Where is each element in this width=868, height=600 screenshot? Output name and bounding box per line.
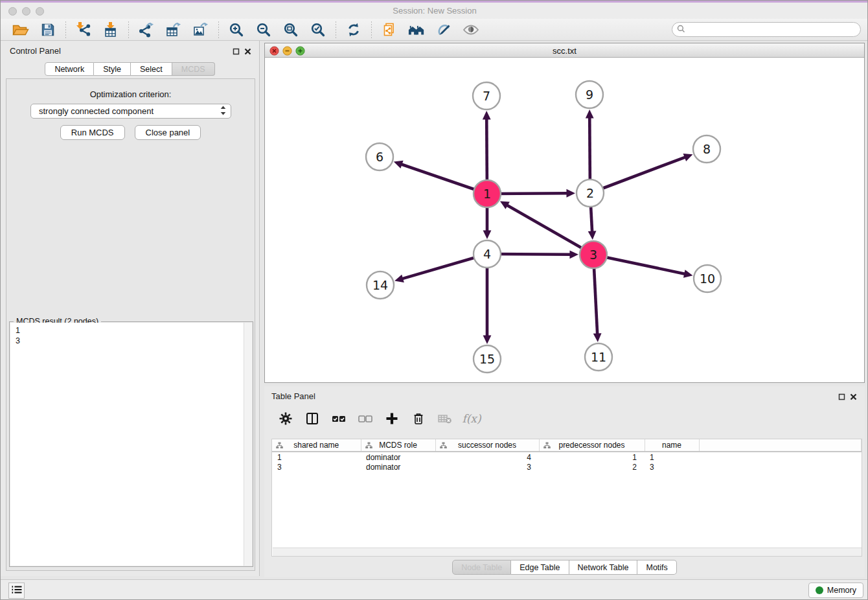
table-cell: 1 — [539, 452, 645, 462]
column-header-MCDS-role[interactable]: MCDS role — [361, 439, 435, 452]
table-panel-header: Table Panel — [264, 386, 865, 404]
node-14[interactable]: 14 — [367, 271, 394, 299]
column-header-shared-name[interactable]: shared name — [272, 439, 361, 452]
table-tabs: Node TableEdge TableNetwork TableMotifs — [264, 560, 865, 575]
import-table-icon[interactable] — [102, 21, 119, 38]
toolbar-separator — [371, 21, 372, 38]
search-field[interactable] — [672, 22, 861, 37]
control-panel-header: Control Panel — [1, 41, 259, 59]
node-9[interactable]: 9 — [576, 81, 603, 108]
table-hscrollbar[interactable] — [273, 548, 862, 556]
mcds-result-group: MCDS result (2 nodes) 13 — [9, 321, 253, 567]
edge-4-14[interactable] — [394, 254, 487, 283]
tab-mcds[interactable]: MCDS — [172, 62, 215, 76]
zoom-in-icon[interactable] — [228, 21, 245, 38]
memory-button[interactable]: Memory — [808, 583, 863, 598]
edge-1-6[interactable] — [394, 161, 487, 194]
mcds-result-textarea[interactable]: 13 — [10, 323, 252, 566]
node-7[interactable]: 7 — [473, 82, 500, 110]
node-3[interactable]: 3 — [580, 241, 607, 268]
table-row[interactable]: 1dominator411 — [272, 452, 862, 462]
svg-text:6: 6 — [376, 150, 383, 164]
optimization-criterion-label: Optimization criterion: — [6, 89, 255, 99]
task-history-button[interactable] — [8, 583, 25, 599]
column-header-name[interactable]: name — [645, 439, 699, 452]
table-panel-title: Table Panel — [271, 391, 315, 401]
node-1[interactable]: 1 — [474, 180, 501, 207]
node-8[interactable]: 8 — [693, 135, 720, 163]
deselect-all-icon[interactable] — [356, 410, 374, 428]
tab-style[interactable]: Style — [94, 62, 131, 76]
node-table: shared nameMCDS rolesuccessor nodesprede… — [271, 439, 862, 557]
svg-text:15: 15 — [479, 352, 495, 366]
network-file-icon[interactable] — [381, 21, 398, 38]
node-2[interactable]: 2 — [577, 179, 604, 207]
edge-3-10[interactable] — [593, 255, 692, 278]
float-panel-icon[interactable] — [838, 391, 845, 403]
tab-network[interactable]: Network — [45, 62, 94, 76]
create-column-icon[interactable] — [383, 410, 401, 428]
show-columns-icon[interactable] — [303, 410, 321, 428]
table-options-icon[interactable] — [277, 410, 295, 428]
edge-2-8[interactable] — [590, 154, 692, 193]
table-cell: dominator — [361, 462, 435, 472]
column-header-predecessor-nodes[interactable]: predecessor nodes — [539, 439, 645, 452]
table-cell: 3 — [435, 462, 539, 472]
svg-text:11: 11 — [591, 350, 606, 364]
function-builder-icon[interactable]: f(x) — [463, 410, 481, 428]
table-row[interactable]: 3dominator323 — [272, 462, 862, 472]
column-header-successor-nodes[interactable]: successor nodes — [435, 439, 539, 452]
refresh-layout-icon[interactable] — [345, 21, 362, 38]
tab-motifs[interactable]: Motifs — [637, 560, 676, 575]
import-network-icon[interactable] — [75, 21, 92, 38]
show-graphics-icon[interactable] — [463, 21, 479, 38]
open-session-icon[interactable] — [12, 21, 29, 38]
export-image-icon[interactable] — [192, 21, 209, 38]
close-panel-button[interactable]: Close panel — [135, 125, 201, 140]
edge-3-1[interactable] — [500, 201, 593, 255]
network-window-titlebar[interactable]: scc.txt — [265, 43, 864, 58]
node-4[interactable]: 4 — [474, 240, 501, 268]
table-cell: 2 — [539, 462, 645, 472]
network-graph: 7968124314101511 — [265, 58, 864, 382]
zoom-out-icon[interactable] — [255, 21, 272, 38]
tab-edge-table[interactable]: Edge Table — [511, 560, 569, 575]
export-table-icon[interactable] — [165, 21, 182, 38]
toolbar-separator — [336, 21, 336, 38]
export-network-icon[interactable] — [138, 21, 155, 38]
select-all-icon[interactable] — [330, 410, 348, 428]
float-panel-icon[interactable] — [233, 46, 240, 58]
result-line: 3 — [16, 336, 20, 346]
node-6[interactable]: 6 — [366, 143, 393, 170]
network-canvas[interactable]: 7968124314101511 — [265, 58, 864, 382]
tab-select[interactable]: Select — [131, 62, 172, 76]
application-window: Session: New Session Control Panel Netwo… — [0, 0, 868, 600]
svg-text:4: 4 — [483, 247, 491, 261]
tab-node-table[interactable]: Node Table — [452, 560, 511, 575]
tab-network-table[interactable]: Network Table — [569, 560, 638, 575]
network-window-title: scc.txt — [265, 46, 864, 56]
node-10[interactable]: 10 — [694, 265, 721, 292]
zoom-fit-icon[interactable] — [282, 21, 299, 38]
save-session-icon[interactable] — [40, 21, 56, 38]
home-icon[interactable] — [408, 21, 425, 38]
annotation-icon[interactable] — [435, 21, 452, 38]
result-scrollbar[interactable] — [244, 323, 252, 566]
status-bar: Memory — [1, 579, 868, 600]
run-mcds-button[interactable]: Run MCDS — [60, 125, 125, 140]
node-15[interactable]: 15 — [474, 345, 501, 373]
close-panel-icon[interactable] — [244, 46, 251, 58]
criterion-dropdown[interactable]: strongly connected component — [30, 104, 231, 119]
delete-table-icon[interactable] — [436, 410, 454, 428]
table-cell: 1 — [645, 452, 699, 462]
control-panel: Control Panel NetworkStyleSelectMCDS Opt… — [1, 41, 260, 576]
delete-column-icon[interactable] — [409, 410, 428, 428]
network-view-window: scc.txt 7968124314101511 — [264, 43, 865, 383]
hierarchy-icon — [440, 442, 447, 451]
search-input[interactable] — [685, 25, 860, 35]
close-panel-icon[interactable] — [850, 391, 857, 403]
zoom-selected-icon[interactable] — [310, 21, 326, 38]
node-11[interactable]: 11 — [585, 343, 612, 371]
list-icon — [10, 583, 23, 599]
svg-text:9: 9 — [586, 87, 593, 102]
